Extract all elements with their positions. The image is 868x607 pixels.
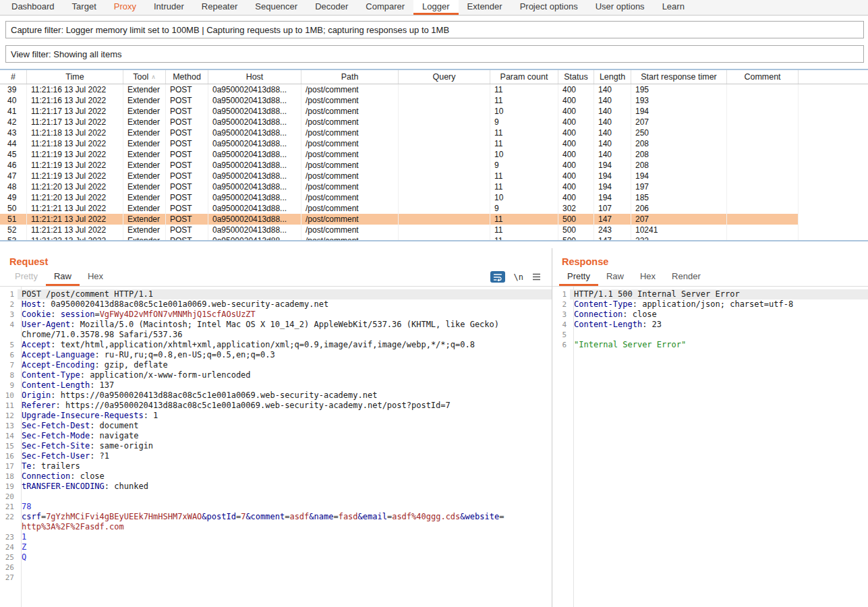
line-content: Upgrade-Insecure-Requests: 1 (18, 411, 552, 421)
column-header-tool[interactable]: Tool∧ (123, 70, 166, 84)
line-content (18, 562, 552, 573)
column-header-host[interactable]: Host (208, 70, 301, 84)
cell-comment (727, 214, 799, 225)
request-panel: Request PrettyRawHex \n 1POST /post/comm… (0, 248, 552, 607)
table-row[interactable]: 4111:21:17 13 Jul 2022ExtenderPOST0a9500… (0, 106, 868, 117)
response-tabbar: PrettyRawHexRender (552, 268, 868, 287)
cell-comment (727, 138, 799, 149)
tab-target[interactable]: Target (63, 0, 105, 15)
code-line: 5 (552, 330, 868, 340)
menu-icon[interactable] (532, 273, 541, 281)
cell-tool: Extender (123, 235, 166, 240)
tab-sequencer[interactable]: Sequencer (246, 0, 306, 15)
cell-filler (799, 106, 868, 117)
tab-learn[interactable]: Learn (654, 0, 693, 15)
column-header-path[interactable]: Path (301, 70, 399, 84)
column-header-query[interactable]: Query (399, 70, 490, 84)
table-row[interactable]: 4711:21:19 13 Jul 2022ExtenderPOST0a9500… (0, 171, 868, 181)
column-header-param-count[interactable]: Param count (490, 70, 558, 84)
response-title: Response (562, 256, 868, 267)
cell-length: 140 (594, 84, 631, 95)
code-line: 24Z (0, 542, 552, 552)
tab-user-options[interactable]: User options (587, 0, 654, 15)
cell-time: 11:21:16 13 Jul 2022 (27, 95, 123, 106)
tab-dashboard[interactable]: Dashboard (3, 0, 63, 15)
tab-repeater[interactable]: Repeater (193, 0, 246, 15)
table-row[interactable]: 4211:21:17 13 Jul 2022ExtenderPOST0a9500… (0, 117, 868, 127)
cell-id: 43 (0, 127, 27, 138)
table-row[interactable]: 4511:21:19 13 Jul 2022ExtenderPOST0a9500… (0, 149, 868, 160)
table-row[interactable]: 4411:21:18 13 Jul 2022ExtenderPOST0a9500… (0, 138, 868, 149)
column-header-length[interactable]: Length (594, 70, 631, 84)
request-editor[interactable]: 1POST /post/comment HTTP/1.12Host: 0a950… (0, 287, 552, 607)
cell-method: POST (166, 214, 208, 225)
line-content (18, 492, 552, 502)
code-line: 4Content-Length: 23 (552, 320, 868, 330)
response-tab-render[interactable]: Render (664, 268, 709, 286)
code-line: 22csrf=7gYzhMCiFvi4gBEyUEEk7HmHSHM7xWAO&… (0, 512, 552, 522)
column-header-start-response-timer[interactable]: Start response timer (631, 70, 727, 84)
tab-project-options[interactable]: Project options (511, 0, 587, 15)
column-header--[interactable]: # (0, 70, 27, 84)
request-tab-pretty[interactable]: Pretty (7, 268, 46, 286)
response-editor[interactable]: 1HTTP/1.1 500 Internal Server Error2Cont… (552, 287, 868, 607)
horizontal-splitter[interactable] (0, 241, 868, 248)
cell-time: 11:21:21 13 Jul 2022 (27, 225, 123, 235)
line-number: 2 (0, 299, 18, 310)
column-header-time[interactable]: Time (27, 70, 123, 84)
table-row[interactable]: 4311:21:18 13 Jul 2022ExtenderPOST0a9500… (0, 127, 868, 138)
tab-extender[interactable]: Extender (459, 0, 511, 15)
table-row[interactable]: 5311:21:22 13 Jul 2022ExtenderPOST0a9500… (0, 235, 868, 240)
tab-proxy[interactable]: Proxy (105, 0, 145, 15)
tab-logger[interactable]: Logger (413, 0, 458, 15)
response-tab-pretty[interactable]: Pretty (559, 268, 598, 286)
code-line: 15Sec-Fetch-Site: same-origin (0, 441, 552, 451)
tab-decoder[interactable]: Decoder (306, 0, 357, 15)
line-number: 26 (0, 562, 18, 573)
log-table-body: 3911:21:16 13 Jul 2022ExtenderPOST0a9500… (0, 84, 868, 240)
column-header-status[interactable]: Status (558, 70, 594, 84)
line-number: 23 (0, 532, 18, 542)
cell-filler (799, 235, 868, 240)
tab-intruder[interactable]: Intruder (145, 0, 193, 15)
response-tab-hex[interactable]: Hex (632, 268, 664, 286)
capture-filter-bar[interactable]: Capture filter: Logger memory limit set … (5, 21, 864, 38)
table-row[interactable]: 3911:21:16 13 Jul 2022ExtenderPOST0a9500… (0, 84, 868, 95)
newline-toggle-icon[interactable]: \n (514, 272, 523, 282)
cell-start-response-timer: 250 (631, 127, 727, 138)
view-filter-bar[interactable]: View filter: Showing all items (5, 45, 864, 63)
response-tab-raw[interactable]: Raw (598, 268, 632, 286)
table-row[interactable]: 4811:21:20 13 Jul 2022ExtenderPOST0a9500… (0, 181, 868, 192)
request-tab-hex[interactable]: Hex (80, 268, 111, 286)
cell-path: /post/comment (301, 214, 399, 225)
table-row[interactable]: 5211:21:21 13 Jul 2022ExtenderPOST0a9500… (0, 225, 868, 235)
tab-comparer[interactable]: Comparer (357, 0, 413, 15)
line-number: 13 (0, 421, 18, 431)
table-row[interactable]: 5011:21:21 13 Jul 2022ExtenderPOST0a9500… (0, 203, 868, 214)
column-header-method[interactable]: Method (166, 70, 208, 84)
cell-start-response-timer: 208 (631, 149, 727, 160)
line-number: 19 (0, 482, 18, 492)
cell-method: POST (166, 160, 208, 171)
column-header-comment[interactable]: Comment (727, 70, 799, 84)
table-row[interactable]: 4611:21:19 13 Jul 2022ExtenderPOST0a9500… (0, 160, 868, 171)
main-tab-bar: DashboardTargetProxyIntruderRepeaterSequ… (0, 0, 868, 16)
line-content: User-Agent: Mozilla/5.0 (Macintosh; Inte… (18, 320, 552, 330)
request-tabs: PrettyRawHex (7, 268, 111, 286)
cell-param-count: 11 (490, 84, 558, 95)
cell-method: POST (166, 203, 208, 214)
word-wrap-icon[interactable] (490, 271, 505, 283)
line-content: Connection: close (570, 310, 868, 320)
cell-start-response-timer: 207 (631, 117, 727, 127)
cell-path: /post/comment (301, 106, 399, 117)
cell-time: 11:21:16 13 Jul 2022 (27, 84, 123, 95)
request-tab-raw[interactable]: Raw (46, 268, 80, 286)
table-row[interactable]: 5111:21:21 13 Jul 2022ExtenderPOST0a9500… (0, 214, 868, 225)
cell-query (399, 84, 490, 95)
table-row[interactable]: 4011:21:16 13 Jul 2022ExtenderPOST0a9500… (0, 95, 868, 106)
cell-host: 0a9500020413d88... (208, 235, 301, 240)
sort-ascending-icon: ∧ (151, 74, 156, 80)
cell-query (399, 106, 490, 117)
table-row[interactable]: 4911:21:20 13 Jul 2022ExtenderPOST0a9500… (0, 192, 868, 203)
cell-host: 0a9500020413d88... (208, 138, 301, 149)
